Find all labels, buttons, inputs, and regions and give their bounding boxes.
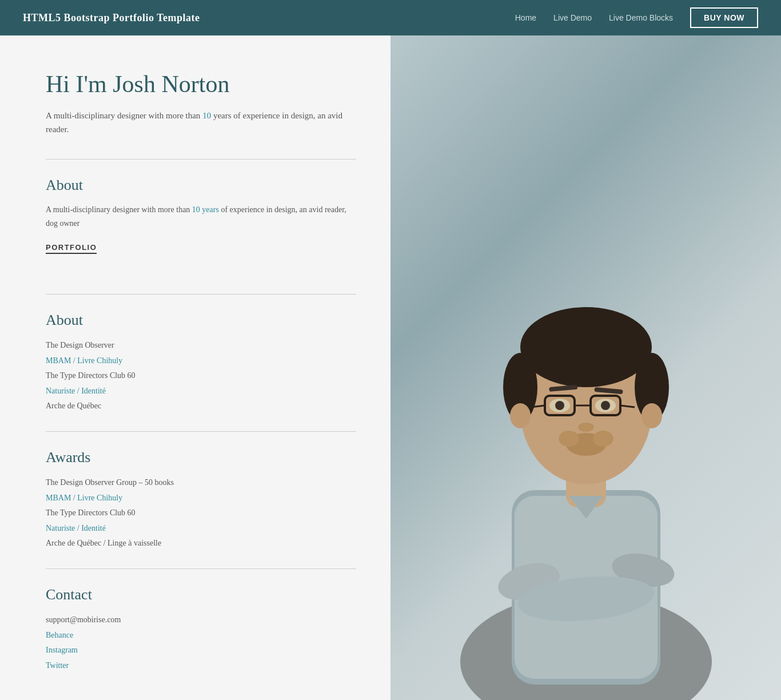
about-title-2: About (46, 312, 356, 329)
nav-link-live-demo-blocks[interactable]: Live Demo Blocks (609, 13, 673, 22)
svg-point-23 (601, 401, 610, 410)
divider-4 (46, 568, 356, 569)
svg-point-24 (578, 423, 594, 432)
contact-title: Contact (46, 586, 356, 603)
award-item: The Design Observer Group – 50 books (46, 475, 356, 491)
nav-link-home[interactable]: Home (515, 13, 536, 22)
nav-links: Home Live Demo Live Demo Blocks BUY NOW (515, 7, 758, 28)
svg-point-27 (593, 431, 613, 447)
svg-point-22 (555, 401, 564, 410)
nav-link-live-demo[interactable]: Live Demo (553, 13, 592, 22)
portfolio-link[interactable]: PORTFOLIO (46, 243, 97, 254)
main-wrapper: Hi I'm Josh Norton A multi-disciplinary … (0, 35, 781, 700)
buy-now-button[interactable]: BUY NOW (690, 7, 758, 28)
list-item: The Design Observer (46, 338, 356, 353)
photo-area (390, 35, 781, 700)
divider-1 (46, 159, 356, 160)
award-item: MBAM / Livre Chihuly (46, 491, 356, 506)
about-body-1: A multi-disciplinary designer with more … (46, 203, 356, 230)
awards-list: The Design Observer Group – 50 books MBA… (46, 475, 356, 551)
about-highlight: 10 years (192, 205, 219, 214)
person-illustration (437, 193, 735, 700)
list-item: The Type Directors Club 60 (46, 368, 356, 384)
nav-brand: HTML5 Bootstrap Portfolio Template (23, 12, 200, 24)
navbar: HTML5 Bootstrap Portfolio Template Home … (0, 0, 781, 35)
hero-highlight: 10 (202, 111, 211, 120)
list-item: MBAM / Livre Chihuly (46, 353, 356, 369)
divider-3 (46, 431, 356, 432)
hero-title: Hi I'm Josh Norton (46, 70, 356, 98)
hero-subtitle: A multi-disciplinary designer with more … (46, 109, 356, 136)
list-item: Naturiste / Identité (46, 384, 356, 399)
list-item: Arche de Québec (46, 399, 356, 414)
awards-title: Awards (46, 449, 356, 466)
contact-behance[interactable]: Behance (46, 628, 356, 643)
contact-instagram[interactable]: Instagram (46, 643, 356, 658)
about-list: The Design Observer MBAM / Livre Chihuly… (46, 338, 356, 414)
about-title-1: About (46, 177, 356, 194)
svg-point-12 (641, 403, 662, 428)
contact-list: support@mobirise.com Behance Instagram T… (46, 612, 356, 673)
svg-point-8 (520, 307, 652, 387)
svg-point-11 (510, 403, 531, 428)
divider-2 (46, 294, 356, 295)
contact-email: support@mobirise.com (46, 612, 356, 628)
award-item: Arche de Québec / Linge à vaisselle (46, 536, 356, 551)
contact-twitter[interactable]: Twitter (46, 658, 356, 674)
award-item: The Type Directors Club 60 (46, 506, 356, 521)
left-content: Hi I'm Josh Norton A multi-disciplinary … (0, 35, 390, 700)
award-item: Naturiste / Identité (46, 521, 356, 536)
svg-point-26 (559, 431, 579, 447)
